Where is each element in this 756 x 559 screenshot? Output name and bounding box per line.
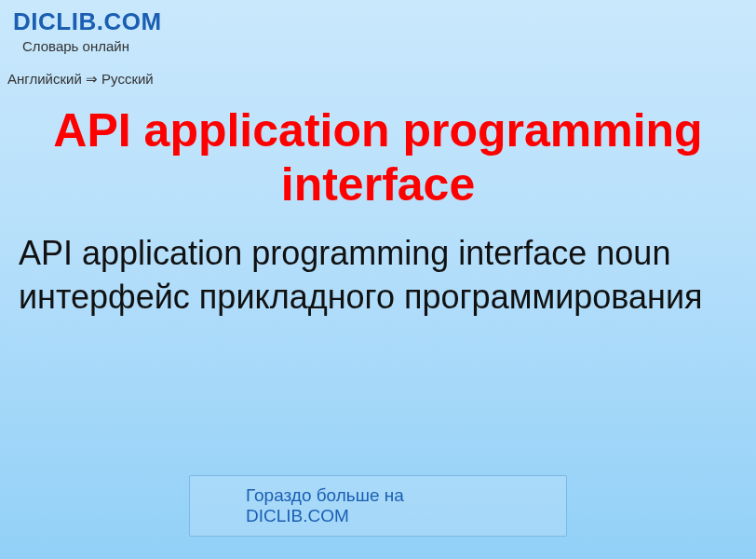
entry-definition: API application programming interface no… — [19, 232, 737, 320]
site-header: DICLIB.COM Словарь онлайн — [0, 0, 756, 58]
breadcrumb[interactable]: Английский ⇒ Русский — [0, 63, 756, 88]
site-title[interactable]: DICLIB.COM — [13, 7, 743, 36]
site-tagline: Словарь онлайн — [22, 38, 743, 54]
entry-title: API application programming interface — [19, 104, 737, 211]
footer-promo-box[interactable]: Гораздо больше на DICLIB.COM — [189, 475, 567, 537]
main-content: API application programming interface AP… — [0, 88, 756, 320]
more-link[interactable]: Гораздо больше на DICLIB.COM — [246, 485, 404, 525]
